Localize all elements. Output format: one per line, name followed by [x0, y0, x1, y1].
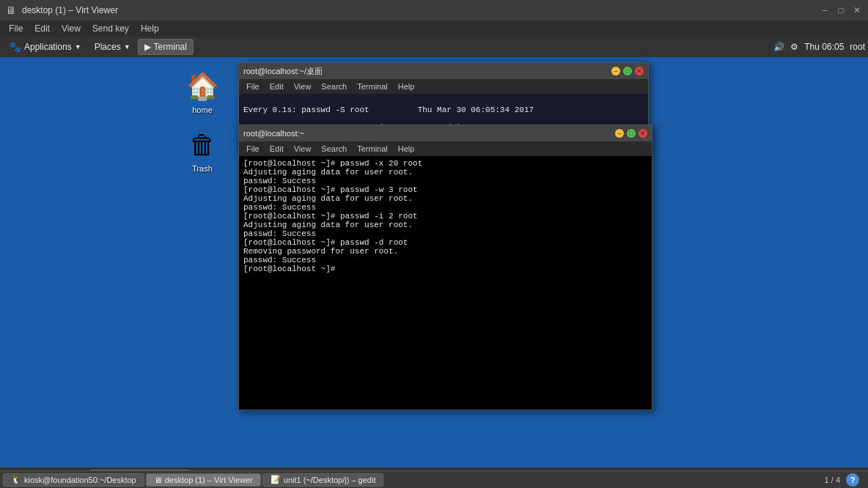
host-desktop-label: kiosk@foundation50:~/Desktop: [24, 476, 136, 484]
main-menu-view[interactable]: View: [290, 143, 316, 155]
virt-menu-help[interactable]: Help: [135, 22, 165, 35]
host-taskbar-item-gedit[interactable]: 📝 unit1 (~/Desktop/j) – gedit: [262, 473, 384, 487]
watch-menu-file[interactable]: File: [242, 81, 264, 92]
applications-icon: 🐾: [9, 41, 21, 53]
main-menu-help[interactable]: Help: [394, 143, 419, 155]
watch-menu-view[interactable]: View: [290, 81, 316, 92]
virt-menu-sendkey[interactable]: Send key: [87, 22, 135, 35]
virt-viewer-menubar: File Edit View Send key Help: [0, 21, 868, 37]
trash-icon: 🗑: [185, 127, 220, 163]
virt-viewer-titlebar: 🖥 desktop (1) – Virt Viewer – □ ✕: [0, 0, 868, 21]
host-taskbar: 🐧 kiosk@foundation50:~/Desktop 🖥 desktop…: [0, 470, 868, 488]
watch-menubar: File Edit View Search Terminal Help: [239, 79, 648, 94]
terminal-panel-btn[interactable]: ▶ Terminal: [138, 39, 194, 55]
desktop-icon-home[interactable]: 🏠 home: [176, 66, 229, 117]
main-menu-edit[interactable]: Edit: [265, 143, 288, 155]
main-terminal-window: root@localhost:~ – □ ✕ File Edit View Se…: [238, 125, 652, 410]
places-menu[interactable]: Places ▼: [89, 40, 136, 54]
watch-close-btn[interactable]: ✕: [635, 67, 644, 75]
main-menu-file[interactable]: File: [242, 143, 264, 155]
settings-icon[interactable]: ⚙: [790, 42, 798, 52]
main-menu-terminal[interactable]: Terminal: [353, 143, 392, 155]
terminal-icon: ▶: [144, 42, 151, 52]
host-taskbar-item-viewer[interactable]: 🖥 desktop (1) – Virt Viewer: [146, 473, 261, 487]
host-help-button[interactable]: ?: [846, 473, 859, 487]
host-desktop-icon: 🐧: [11, 475, 21, 484]
close-button[interactable]: ✕: [852, 5, 862, 15]
terminal-label: Terminal: [154, 42, 187, 52]
desktop-icon-trash[interactable]: 🗑 Trash: [176, 125, 229, 176]
host-gedit-label: unit1 (~/Desktop/j) – gedit: [284, 476, 376, 484]
host-viewer-icon: 🖥: [154, 476, 162, 484]
places-label: Places: [95, 42, 121, 52]
main-menu-search[interactable]: Search: [317, 143, 351, 155]
volume-icon[interactable]: 🔊: [773, 42, 784, 52]
main-terminal-titlebar: root@localhost:~ – □ ✕: [239, 125, 652, 141]
main-terminal-title: root@localhost:~: [243, 129, 304, 138]
applications-arrow: ▼: [75, 43, 81, 51]
maximize-button[interactable]: □: [836, 5, 846, 15]
main-terminal-minimize[interactable]: –: [615, 129, 624, 138]
watch-timestamp: Thu Mar 30 06:05:34 2017: [418, 106, 534, 114]
home-icon: 🏠: [185, 69, 220, 104]
main-terminal-maximize[interactable]: □: [627, 129, 636, 138]
trash-icon-label: Trash: [192, 164, 213, 173]
gnome-panel-top: 🐾 Applications ▼ Places ▼ ▶ Terminal 🔊 ⚙…: [0, 37, 868, 57]
watch-menu-terminal[interactable]: Terminal: [353, 81, 392, 92]
watch-menu-help[interactable]: Help: [394, 81, 419, 92]
watch-menu-edit[interactable]: Edit: [265, 81, 288, 92]
watch-menu-search[interactable]: Search: [317, 81, 351, 92]
panel-time: Thu 06:05: [804, 42, 844, 52]
main-terminal-menubar: File Edit View Search Terminal Help: [239, 141, 652, 156]
minimize-button[interactable]: –: [820, 5, 830, 15]
virt-viewer-title: desktop (1) – Virt Viewer: [22, 5, 118, 15]
host-viewer-label: desktop (1) – Virt Viewer: [165, 476, 253, 484]
virt-menu-view[interactable]: View: [56, 22, 87, 35]
host-page-counter: 1 / 4: [825, 476, 840, 484]
vm-desktop: 🐾 Applications ▼ Places ▼ ▶ Terminal 🔊 ⚙…: [0, 37, 868, 488]
places-arrow: ▼: [124, 43, 130, 51]
home-icon-label: home: [192, 106, 213, 114]
watch-titlebar: root@localhost:~/桌面 – □ ✕: [239, 63, 648, 79]
virt-menu-file[interactable]: File: [3, 22, 29, 35]
applications-menu[interactable]: 🐾 Applications ▼: [3, 39, 87, 55]
virt-menu-edit[interactable]: Edit: [29, 22, 56, 35]
watch-maximize-btn[interactable]: □: [623, 67, 632, 75]
virt-viewer-icon: 🖥: [6, 4, 16, 16]
virt-viewer-window: 🖥 desktop (1) – Virt Viewer – □ ✕ File E…: [0, 0, 868, 488]
main-terminal-body[interactable]: [root@localhost ~]# passwd -x 20 root Ad…: [239, 156, 652, 410]
watch-line1: Every 0.1s: passwd -S root: [243, 106, 369, 114]
watch-minimize-btn[interactable]: –: [611, 67, 620, 75]
host-taskbar-item-desktop[interactable]: 🐧 kiosk@foundation50:~/Desktop: [3, 473, 144, 487]
host-gedit-icon: 📝: [271, 475, 281, 484]
watch-title: root@localhost:~/桌面: [243, 66, 323, 77]
user-menu[interactable]: root: [850, 42, 865, 52]
main-terminal-close[interactable]: ✕: [639, 129, 647, 138]
applications-label: Applications: [24, 42, 72, 52]
